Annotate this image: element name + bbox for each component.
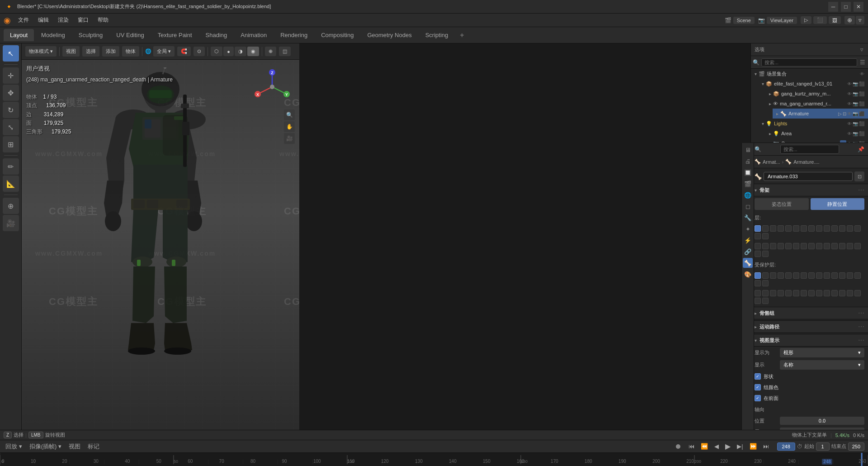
armature-vis-icon[interactable]: 👁	[847, 111, 852, 116]
motion-paths-options-icon[interactable]: ⋯	[858, 323, 864, 330]
jump-end-btn[interactable]: ⏭	[761, 442, 771, 451]
layer-dot-5[interactable]	[793, 225, 799, 232]
scene-props-btn[interactable]: 🎬	[743, 179, 753, 189]
layer-dot-18[interactable]	[770, 243, 776, 249]
menu-help[interactable]: 帮助	[94, 14, 112, 26]
layer-dot-2[interactable]	[770, 225, 776, 232]
layer-dot-24[interactable]	[816, 243, 822, 249]
viewlayer-selector[interactable]: 📷 ViewLayer	[758, 17, 797, 24]
elite-render-icon[interactable]: ⬛	[859, 81, 864, 86]
viewlayer-value[interactable]: ViewLayer	[767, 17, 797, 24]
viewport-display-section[interactable]: ▾ 视图显示 ⋯	[751, 334, 868, 347]
menu-window[interactable]: 窗口	[74, 14, 92, 26]
prot-dot-1[interactable]	[762, 272, 769, 279]
particles-props-btn[interactable]: ✦	[743, 224, 753, 234]
layer-dot-14[interactable]	[755, 233, 761, 239]
prot-dot-22[interactable]	[801, 290, 807, 296]
area-light-item[interactable]: ▸ 💡 Area 👁 📷 ⬛	[765, 128, 868, 138]
armature-name-input[interactable]	[764, 172, 853, 181]
prot-dot-10[interactable]	[831, 272, 838, 279]
prot-dot-6[interactable]	[801, 272, 807, 279]
armature-cam-icon[interactable]: 📷	[853, 111, 858, 116]
rendered-btn[interactable]: ◉	[247, 47, 259, 56]
world-props-btn[interactable]: 🌐	[743, 190, 753, 200]
layer-dot-8[interactable]	[816, 225, 822, 232]
layer-dot-22[interactable]	[801, 243, 807, 249]
snap-button[interactable]: 🧲	[177, 47, 191, 56]
add-menu-btn[interactable]: 添加	[102, 46, 119, 57]
skeleton-options-icon[interactable]: ⋯	[858, 186, 864, 194]
menu-file[interactable]: 文件	[14, 14, 33, 26]
area-vis-icon[interactable]: 👁	[847, 131, 852, 136]
tab-rendering[interactable]: Rendering	[274, 29, 314, 41]
filter-btn[interactable]: ▿	[856, 16, 864, 24]
shape-checkbox[interactable]: ✓	[755, 373, 761, 380]
lights-collection[interactable]: ▾ 💡 Lights 👁 📷 ⬛	[758, 119, 868, 128]
prop-search-input[interactable]	[780, 145, 839, 154]
prot-dot-14[interactable]	[755, 280, 761, 286]
3d-viewport[interactable]: CG模型主 CG模型主 CG模型主 CG模型主 www.CGMXW.com ww…	[22, 60, 299, 440]
camera-tool-button[interactable]: 🎥	[3, 215, 19, 231]
layer-dot-21[interactable]	[793, 243, 799, 249]
overlay-btn[interactable]: ⊕	[844, 16, 855, 24]
layer-dot-30[interactable]	[755, 251, 761, 257]
current-frame-display[interactable]: 248	[777, 442, 795, 451]
solid-btn[interactable]: ●	[223, 47, 234, 56]
tab-compositing[interactable]: Compositing	[315, 29, 360, 41]
scene-value[interactable]: Scene	[733, 17, 755, 24]
prot-dot-18[interactable]	[770, 290, 776, 296]
prot-dot-7[interactable]	[808, 272, 815, 279]
prev-keyframe-btn[interactable]: ⏪	[699, 442, 710, 451]
in-front-checkbox[interactable]: ✓	[755, 395, 761, 401]
mimetype-menu-btn[interactable]: 拟像(插帧) ▾	[28, 442, 63, 452]
armature-item[interactable]: ▸ 🦴 Armature ▷ ⊡ 👁 📷 ⬛	[773, 109, 868, 119]
tab-shading[interactable]: Shading	[199, 29, 234, 41]
layer-dot-17[interactable]	[762, 243, 769, 249]
prot-dot-27[interactable]	[839, 290, 845, 296]
layer-dot-6[interactable]	[801, 225, 807, 232]
layer-dot-16[interactable]	[755, 243, 761, 249]
physics-props-btn[interactable]: ⚡	[743, 235, 753, 245]
tab-sculpting[interactable]: Sculpting	[72, 29, 109, 41]
lights-render-icon[interactable]: ⬛	[859, 121, 864, 126]
prot-dot-28[interactable]	[847, 290, 853, 296]
prot-dot-20[interactable]	[785, 290, 792, 296]
rotate-tool-button[interactable]: ↻	[3, 102, 19, 118]
close-button[interactable]: ✕	[854, 2, 863, 12]
prot-dot-24[interactable]	[816, 290, 822, 296]
scene-selector[interactable]: 🎬 Scene	[725, 17, 755, 24]
start-frame-display[interactable]: 1	[816, 442, 830, 451]
prot-dot-31[interactable]	[762, 298, 769, 304]
prot-dot-19[interactable]	[778, 290, 784, 296]
prot-dot-23[interactable]	[808, 290, 815, 296]
area-render-icon[interactable]: ⬛	[859, 131, 864, 136]
magang-cam-icon[interactable]: 📷	[853, 101, 858, 106]
constraints-props-btn[interactable]: 🔗	[743, 247, 753, 257]
prot-dot-11[interactable]	[839, 272, 845, 279]
view-menu-btn[interactable]: 视图	[67, 442, 82, 452]
kurtz-cam-icon[interactable]: 📷	[853, 91, 858, 96]
tab-geometry-nodes[interactable]: Geometry Nodes	[361, 29, 418, 41]
add-object-button[interactable]: ⊕	[3, 198, 19, 214]
layer-dot-13[interactable]	[854, 225, 861, 232]
annotate-tool-button[interactable]: ✏	[3, 158, 19, 175]
scale-tool-button[interactable]: ⤡	[3, 119, 19, 135]
tab-uv-editing[interactable]: UV Editing	[110, 29, 150, 41]
proportional-edit-btn[interactable]: ⊙	[193, 47, 205, 56]
outliner-filter-btn[interactable]: ▿	[859, 45, 864, 54]
render-props-btn[interactable]: 🖥	[743, 145, 753, 155]
render-btn[interactable]: ▷	[801, 16, 811, 24]
material-btn[interactable]: ◑	[235, 47, 246, 56]
prot-dot-8[interactable]	[816, 272, 822, 279]
layer-dot-23[interactable]	[808, 243, 815, 249]
collection-elite[interactable]: ▾ 📦 elite_fast_ranged_lv13_01 👁 📷 ⬛	[758, 79, 868, 89]
prot-dot-17[interactable]	[762, 290, 769, 296]
layer-dot-1[interactable]	[762, 225, 769, 232]
prot-dot-29[interactable]	[854, 290, 861, 296]
layer-dot-25[interactable]	[824, 243, 830, 249]
next-frame-btn[interactable]: ▶|	[735, 442, 745, 451]
end-frame-display[interactable]: 250	[848, 442, 864, 451]
layer-dot-27[interactable]	[839, 243, 845, 249]
render-image-btn[interactable]: 🖼	[829, 16, 841, 24]
position-field[interactable]: 0.0	[780, 417, 864, 425]
